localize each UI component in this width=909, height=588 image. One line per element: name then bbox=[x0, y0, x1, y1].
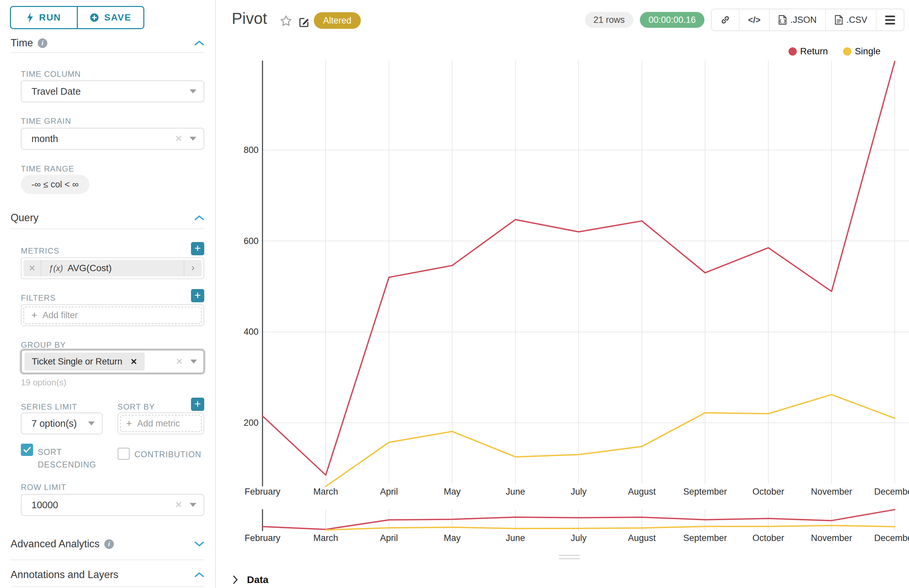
resize-drag-handle[interactable] bbox=[559, 555, 580, 562]
plus-icon bbox=[31, 310, 37, 321]
menu-icon bbox=[885, 16, 895, 24]
altered-badge[interactable]: Altered bbox=[314, 12, 361, 29]
add-metric-button[interactable] bbox=[191, 242, 204, 255]
remove-metric-icon[interactable] bbox=[24, 260, 41, 276]
x-axis-label-june: June bbox=[506, 487, 525, 497]
clear-icon[interactable] bbox=[176, 357, 183, 366]
group-by-label: GROUP BY bbox=[21, 340, 66, 350]
series-line-single[interactable] bbox=[326, 395, 895, 486]
annotations-header[interactable]: Annotations and Layers bbox=[11, 569, 205, 581]
x-axis-label-april: April bbox=[380, 487, 398, 497]
query-section-title: Query bbox=[11, 212, 39, 224]
add-sort-metric-button[interactable] bbox=[191, 397, 204, 411]
export-json-label: .JSON bbox=[790, 15, 817, 25]
divider bbox=[11, 586, 205, 587]
series-limit-label: SERIES LIMIT bbox=[21, 402, 77, 412]
group-by-tag: Ticket Single or Return bbox=[24, 352, 145, 370]
code-icon bbox=[748, 15, 761, 25]
time-range-label: TIME RANGE bbox=[21, 164, 74, 173]
sort-by-label: SORT BY bbox=[118, 402, 155, 412]
brush-x-axis-label-may: May bbox=[444, 533, 461, 543]
export-csv-label: .CSV bbox=[846, 15, 867, 25]
divider bbox=[11, 228, 205, 229]
series-limit-value: 7 option(s) bbox=[31, 418, 77, 429]
sort-by-placeholder: Add metric bbox=[137, 418, 180, 429]
row-limit-label: ROW LIMIT bbox=[21, 483, 66, 492]
sort-descending-checkbox[interactable] bbox=[21, 444, 33, 456]
y-axis-tick-200: 200 bbox=[244, 418, 258, 428]
check-icon bbox=[23, 447, 31, 453]
sort-descending-label: SORT DESCENDING bbox=[38, 446, 91, 471]
embed-code-button[interactable] bbox=[739, 9, 770, 31]
brush-x-axis-label-september: September bbox=[683, 533, 727, 543]
time-column-value: Travel Date bbox=[31, 86, 81, 97]
time-column-select[interactable]: Travel Date bbox=[21, 81, 204, 102]
clear-icon[interactable] bbox=[175, 134, 182, 143]
time-grain-select[interactable]: month bbox=[21, 128, 204, 150]
x-axis-label-october: October bbox=[752, 487, 784, 497]
annotations-title: Annotations and Layers bbox=[11, 569, 118, 581]
row-count-label: 21 rows bbox=[594, 15, 625, 25]
brush-x-axis-label-august: August bbox=[628, 533, 656, 543]
series-limit-select[interactable]: 7 option(s) bbox=[21, 412, 103, 435]
save-button[interactable]: SAVE bbox=[77, 7, 144, 28]
chevron-up-icon[interactable] bbox=[194, 215, 205, 221]
time-section-title: Time bbox=[11, 37, 33, 49]
run-button-label: RUN bbox=[39, 12, 61, 23]
save-button-label: SAVE bbox=[104, 12, 131, 23]
add-filter-placeholder: Add filter bbox=[43, 310, 78, 320]
chevron-down-icon[interactable] bbox=[194, 541, 205, 547]
line-chart: 200400600800FebruaryFebruaryMarchMarchAp… bbox=[215, 40, 909, 556]
clear-icon[interactable] bbox=[175, 501, 182, 509]
range-brush[interactable] bbox=[263, 507, 909, 533]
favorite-star-icon[interactable] bbox=[280, 15, 292, 27]
chevron-up-icon[interactable] bbox=[194, 40, 205, 46]
chevron-right-icon[interactable] bbox=[184, 260, 202, 276]
plus-icon bbox=[126, 418, 132, 429]
share-link-button[interactable] bbox=[712, 9, 739, 31]
add-filter-dropzone[interactable]: Add filter bbox=[24, 307, 202, 324]
divider bbox=[11, 559, 205, 560]
row-count-badge: 21 rows bbox=[585, 12, 634, 28]
row-limit-select[interactable]: 10000 bbox=[21, 494, 204, 516]
info-icon[interactable] bbox=[104, 540, 114, 549]
brush-x-axis-label-march: March bbox=[313, 533, 338, 543]
group-by-select[interactable]: Ticket Single or Return bbox=[21, 350, 204, 373]
brush-x-axis-label-november: November bbox=[811, 533, 852, 543]
chevron-down-icon bbox=[190, 137, 196, 141]
query-timer-badge: 00:00:00.16 bbox=[640, 12, 704, 28]
x-axis-label-february: February bbox=[245, 487, 281, 497]
add-sort-metric-dropzone[interactable]: Add metric bbox=[120, 415, 202, 432]
time-section-header[interactable]: Time bbox=[11, 37, 205, 49]
chevron-down-icon bbox=[190, 503, 196, 507]
chart-menu-button[interactable] bbox=[877, 9, 904, 31]
x-axis-label-march: March bbox=[313, 487, 338, 497]
query-section-header[interactable]: Query bbox=[11, 212, 205, 224]
group-by-options-hint: 19 option(s) bbox=[21, 378, 66, 388]
edit-icon[interactable] bbox=[298, 16, 310, 29]
time-range-value: -∞ ≤ col < ∞ bbox=[31, 179, 79, 190]
metrics-field: ƒ(x) AVG(Cost) bbox=[21, 257, 204, 279]
export-json-button[interactable]: .JSON bbox=[770, 9, 826, 31]
group-by-tag-label: Ticket Single or Return bbox=[32, 357, 123, 367]
data-panel-toggle[interactable]: Data bbox=[232, 574, 268, 585]
plus-circle-icon bbox=[90, 13, 99, 22]
add-filter-button[interactable] bbox=[191, 289, 204, 302]
brush-x-axis-label-april: April bbox=[380, 533, 398, 543]
advanced-analytics-header[interactable]: Advanced Analytics bbox=[11, 538, 205, 550]
y-axis-tick-600: 600 bbox=[244, 236, 258, 246]
remove-tag-icon[interactable] bbox=[131, 357, 137, 367]
x-axis-label-september: September bbox=[683, 487, 727, 497]
info-icon[interactable] bbox=[38, 39, 47, 48]
export-button-group: .JSON .CSV bbox=[711, 9, 904, 31]
chevron-up-icon[interactable] bbox=[194, 572, 205, 578]
run-button[interactable]: RUN bbox=[11, 7, 77, 28]
chevron-down-icon bbox=[191, 360, 197, 363]
sort-by-field: Add metric bbox=[118, 412, 204, 435]
metric-pill[interactable]: ƒ(x) AVG(Cost) bbox=[24, 260, 202, 276]
chart-title: Pivot bbox=[232, 9, 267, 27]
contribution-checkbox[interactable] bbox=[118, 447, 130, 460]
export-csv-button[interactable]: .CSV bbox=[826, 9, 877, 31]
contribution-label: CONTRIBUTION bbox=[134, 450, 201, 459]
time-range-pill[interactable]: -∞ ≤ col < ∞ bbox=[21, 175, 89, 194]
